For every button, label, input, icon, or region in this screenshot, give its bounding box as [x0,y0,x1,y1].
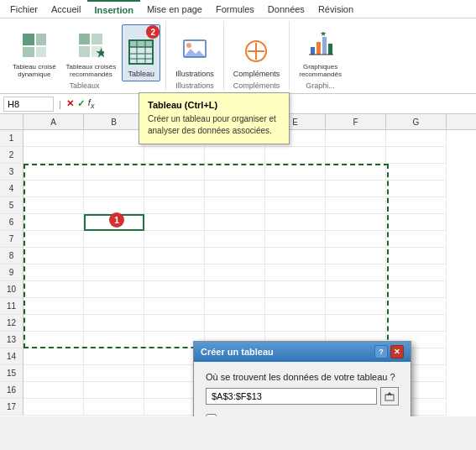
cell-7-1[interactable] [84,231,144,248]
create-table-dialog[interactable]: Créer un tableau ? ✕ Où se trouvent les … [193,341,411,416]
name-box[interactable] [3,97,54,112]
cell-2-0[interactable] [24,147,84,164]
ribbon-btn-complements[interactable]: Compléments [229,24,285,81]
cell-14-0[interactable] [24,348,84,365]
cell-4-6[interactable] [386,181,447,197]
cell-8-2[interactable] [144,248,205,264]
cell-6-2[interactable] [144,214,205,231]
formula-cancel-btn[interactable]: ✕ [66,98,74,109]
row-header-8[interactable]: 8 [0,248,24,264]
cell-10-6[interactable] [386,281,447,298]
cell-17-1[interactable] [84,399,144,416]
cell-6-5[interactable] [326,214,386,231]
cell-11-5[interactable] [326,298,386,315]
cell-16-1[interactable] [84,382,144,399]
col-header-b[interactable]: B [84,114,144,129]
row-header-2[interactable]: 2 [0,147,24,164]
cell-6-6[interactable] [386,214,447,231]
menu-insertion[interactable]: Insertion [87,0,139,18]
cell-7-6[interactable] [386,231,447,248]
cell-11-3[interactable] [205,298,265,315]
row-header-1[interactable]: 1 [0,130,24,147]
row-header-9[interactable]: 9 [0,264,24,281]
cell-8-4[interactable] [265,248,326,264]
cell-9-6[interactable] [386,264,447,281]
cell-10-0[interactable] [24,281,84,298]
cell-12-1[interactable] [84,315,144,332]
cell-3-3[interactable] [205,164,265,181]
cell-3-2[interactable] [144,164,205,181]
row-header-15[interactable]: 15 [0,365,24,382]
cell-11-6[interactable] [386,298,447,315]
row-header-17[interactable]: 17 [0,399,24,416]
cell-8-0[interactable] [24,248,84,264]
cell-3-1[interactable] [84,164,144,181]
cell-9-5[interactable] [326,264,386,281]
cell-9-1[interactable] [84,264,144,281]
cell-12-5[interactable] [326,315,386,332]
row-header-12[interactable]: 12 [0,315,24,332]
menu-formules[interactable]: Formules [209,0,261,18]
cell-4-2[interactable] [144,181,205,197]
cell-12-3[interactable] [205,315,265,332]
cell-1-1[interactable] [84,130,144,147]
row-header-5[interactable]: 5 [0,197,24,214]
row-header-11[interactable]: 11 [0,298,24,315]
cell-3-4[interactable] [265,164,326,181]
cell-5-0[interactable] [24,197,84,214]
cell-2-2[interactable] [144,147,205,164]
cell-10-4[interactable] [265,281,326,298]
cell-1-6[interactable] [386,130,447,147]
menu-revision[interactable]: Révision [311,0,360,18]
cell-5-3[interactable] [205,197,265,214]
cell-2-3[interactable] [205,147,265,164]
cell-4-5[interactable] [326,181,386,197]
cell-6-4[interactable] [265,214,326,231]
dialog-close-btn[interactable]: ✕ [390,345,404,358]
menu-fichier[interactable]: Fichier [3,0,44,18]
cell-5-4[interactable] [265,197,326,214]
cell-7-2[interactable] [144,231,205,248]
cell-11-1[interactable] [84,298,144,315]
cell-2-6[interactable] [386,147,447,164]
cell-15-1[interactable] [84,365,144,382]
cell-9-4[interactable] [265,264,326,281]
ribbon-btn-pivot[interactable]: Tableau croisédynamique [8,24,60,81]
cell-12-6[interactable] [386,315,447,332]
cell-4-4[interactable] [265,181,326,197]
ribbon-btn-table[interactable]: Tableau 2 [122,24,160,81]
dialog-help-btn[interactable]: ? [374,345,388,358]
cell-10-3[interactable] [205,281,265,298]
cell-11-0[interactable] [24,298,84,315]
cell-10-1[interactable] [84,281,144,298]
ribbon-btn-illustrations[interactable]: Illustrations [171,24,218,81]
cell-13-0[interactable] [24,332,84,348]
dialog-range-input[interactable] [206,388,377,405]
cell-13-1[interactable] [84,332,144,348]
ribbon-btn-charts-rec[interactable]: ★ Graphiquesrecommandés [295,24,346,81]
cell-7-4[interactable] [265,231,326,248]
dialog-header-checkbox[interactable] [206,414,217,416]
cell-4-1[interactable] [84,181,144,197]
cell-15-0[interactable] [24,365,84,382]
cell-8-5[interactable] [326,248,386,264]
cell-3-0[interactable] [24,164,84,181]
cell-2-4[interactable] [265,147,326,164]
cell-6-3[interactable] [205,214,265,231]
row-header-10[interactable]: 10 [0,281,24,298]
cell-3-6[interactable] [386,164,447,181]
col-header-a[interactable]: A [24,114,84,129]
cell-17-0[interactable] [24,399,84,416]
menu-donnees[interactable]: Données [261,0,311,18]
menu-accueil[interactable]: Accueil [44,0,87,18]
row-header-13[interactable]: 13 [0,332,24,348]
cell-7-5[interactable] [326,231,386,248]
cell-12-4[interactable] [265,315,326,332]
ribbon-btn-pivot-rec[interactable]: ★ Tableaux croisésrecommandés [62,24,121,81]
cell-9-3[interactable] [205,264,265,281]
cell-11-4[interactable] [265,298,326,315]
cell-14-1[interactable] [84,348,144,365]
row-header-16[interactable]: 16 [0,382,24,399]
row-header-3[interactable]: 3 [0,164,24,181]
cell-7-3[interactable] [205,231,265,248]
